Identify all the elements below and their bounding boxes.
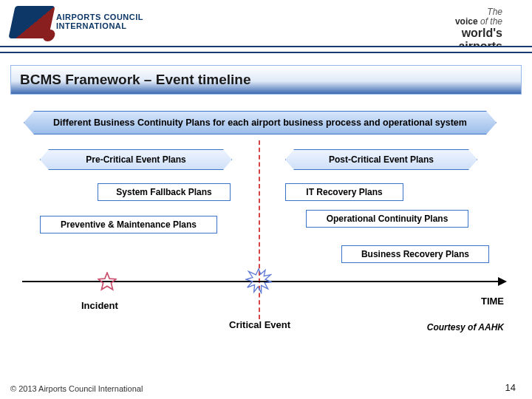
it-recovery-label: IT Recovery Plans [306,187,382,197]
aci-logo: AIRPORTS COUNCIL INTERNATIONAL [12,6,143,38]
tagline-the: The [487,7,502,17]
preventive-maintenance-box: Preventive & Maintenance Plans [40,216,217,233]
page-header: AIRPORTS COUNCIL INTERNATIONAL The voice… [0,0,532,53]
it-recovery-box: IT Recovery Plans [285,183,403,201]
business-recovery-box: Business Recovery Plans [341,245,489,263]
aci-logo-mark-icon [8,6,55,38]
aci-logo-text: AIRPORTS COUNCIL INTERNATIONAL [56,13,143,30]
incident-star-icon [98,272,117,291]
banner-text: Different Business Continuity Plans for … [53,117,467,128]
system-fallback-box: System Fallback Plans [98,183,231,201]
pre-critical-box: Pre-Critical Event Plans [40,149,232,170]
page-number: 14 [505,382,516,393]
slide-title: BCMS Framework – Event timeline [10,65,522,95]
business-recovery-label: Business Recovery Plans [361,249,469,259]
critical-event-label: Critical Event [229,319,290,330]
courtesy-label: Courtesy of AAHK [427,322,504,332]
svg-marker-0 [98,273,116,290]
tagline-voice: voice [455,16,478,27]
post-critical-box: Post-Critical Event Plans [285,149,477,170]
time-label: TIME [481,296,504,307]
pre-critical-label: Pre-Critical Event Plans [86,154,185,165]
copyright: © 2013 Airports Council International [10,384,143,393]
tagline-worlds: world's [462,27,502,39]
post-critical-label: Post-Critical Event Plans [329,154,434,165]
preventive-maintenance-label: Preventive & Maintenance Plans [61,219,197,230]
tagline-of: of the [480,16,502,27]
banner-chevron: Different Business Continuity Plans for … [24,111,497,134]
operational-continuity-box: Operational Continuity Plans [306,210,468,228]
critical-event-starburst-icon [245,267,272,294]
diagram: Different Business Continuity Plans for … [10,103,522,362]
operational-continuity-label: Operational Continuity Plans [327,214,449,224]
system-fallback-label: System Fallback Plans [116,187,211,197]
svg-marker-1 [246,269,272,293]
header-rule-icon [0,46,532,53]
incident-label: Incident [81,300,118,311]
org-name-line2: INTERNATIONAL [56,22,143,31]
